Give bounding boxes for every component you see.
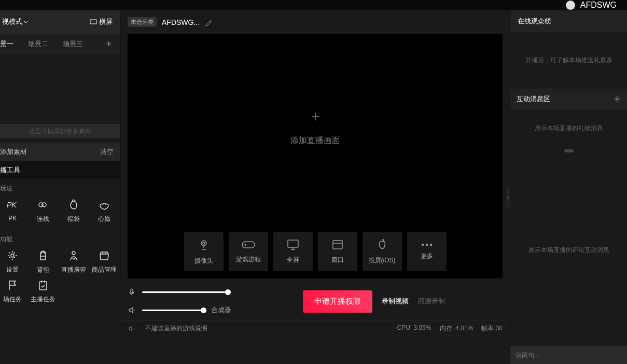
source-fullscreen[interactable]: 全屏: [273, 232, 313, 271]
svg-rect-7: [242, 242, 255, 248]
tool-field-task[interactable]: 场任务: [0, 278, 25, 304]
start-stream-button[interactable]: 申请开播权限: [303, 290, 372, 313]
add-material-button[interactable]: 添加素材: [0, 147, 27, 157]
mic-slider[interactable]: [142, 291, 231, 293]
fps-stat: 帧率:30: [481, 324, 503, 333]
user-area[interactable]: AFDSWG: [566, 1, 617, 10]
svg-text:PK: PK: [7, 201, 17, 209]
tools-header: 播工具: [0, 161, 120, 179]
svg-rect-8: [288, 240, 298, 247]
gift-hint: 展示本场直播的礼物消息: [510, 109, 627, 147]
plus-icon: ＋: [308, 106, 323, 126]
replay-button[interactable]: 回溯录制: [418, 297, 445, 306]
more-icon: [421, 243, 433, 247]
tab-scene-1[interactable]: 景一: [0, 39, 13, 49]
source-game[interactable]: 游戏进程: [229, 232, 268, 271]
tool-link[interactable]: 连线: [31, 198, 56, 223]
wish-icon: [97, 198, 111, 212]
tool-host-task[interactable]: 主播任务: [31, 278, 56, 304]
svg-point-10: [422, 244, 423, 245]
svg-point-13: [616, 98, 618, 100]
tab-scene-2[interactable]: 场景二: [28, 39, 48, 49]
svg-rect-9: [333, 241, 342, 249]
add-scene-button[interactable]: +: [106, 39, 115, 50]
add-hint: 添加直播画面: [290, 135, 340, 146]
speaker-slider[interactable]: [142, 310, 205, 311]
mem-stat: 内存: 4.01%: [440, 324, 473, 333]
svg-point-12: [430, 244, 431, 245]
avatar-icon: [566, 1, 575, 10]
left-sidebar: 视模式 横屏 景一 场景二 场景三 + 这里可以添加更多素材 添加素材 清空 播…: [0, 10, 120, 364]
source-camera[interactable]: 摄像头: [184, 232, 224, 271]
pk-icon: PK: [6, 198, 19, 212]
view-mode-dropdown[interactable]: 视模式: [0, 10, 29, 33]
game-warning-link[interactable]: 不建议直播的游戏说明: [145, 324, 207, 333]
func-section-label: 功能: [0, 230, 120, 248]
gamepad-icon: [241, 240, 256, 250]
source-ios-cast[interactable]: 投屏(iOS): [363, 232, 402, 271]
tool-settings[interactable]: 设置: [0, 249, 25, 274]
chevron-down-icon: [23, 19, 29, 24]
gear-icon: [6, 249, 19, 262]
moderator-icon: [67, 249, 80, 262]
link-icon: [36, 198, 50, 212]
tab-scene-3[interactable]: 场景三: [63, 39, 83, 49]
room-title: AFDSWG...: [162, 18, 200, 26]
record-button[interactable]: 录制视频: [382, 297, 409, 306]
tool-bag[interactable]: 福袋: [61, 198, 87, 223]
svg-point-5: [201, 241, 206, 246]
scene-tabs: 景一 场景二 场景三 +: [0, 34, 120, 54]
svg-point-11: [426, 244, 427, 245]
flag-icon: [6, 278, 19, 292]
controls-bar: 合成器 申请开播权限 录制视频 回溯录制: [120, 278, 510, 320]
svg-rect-4: [39, 282, 47, 290]
mic-icon[interactable]: [128, 288, 136, 296]
category-tag[interactable]: 未选分类: [128, 17, 157, 27]
luckybag-icon: [67, 198, 80, 212]
task-icon: [36, 278, 50, 292]
shop-icon: [97, 249, 111, 262]
scene-material-area: 这里可以添加更多素材: [0, 54, 120, 143]
svg-point-2: [11, 254, 14, 257]
settings-cog-icon[interactable]: [614, 95, 621, 103]
tool-wish[interactable]: 心愿: [91, 198, 117, 223]
add-source-area[interactable]: ＋ 添加直播画面: [290, 106, 340, 146]
username: AFDSWG: [580, 1, 617, 9]
preview-area: ＋ 添加直播画面 摄像头 游戏进程 全屏 窗口: [128, 34, 503, 278]
orientation-button[interactable]: 横屏: [90, 17, 113, 26]
play-section-label: 玩法: [0, 179, 120, 197]
backpack-icon: [36, 249, 50, 262]
comment-hint: 展示本场直播的评论互动消息: [523, 246, 615, 255]
window-icon: [331, 239, 344, 250]
edit-icon[interactable]: [205, 19, 212, 26]
tool-moderator[interactable]: 直播房管: [61, 249, 87, 274]
speaker-icon[interactable]: [128, 306, 136, 314]
resize-handle[interactable]: [510, 147, 627, 155]
tool-backpack[interactable]: 背包: [31, 249, 56, 274]
source-more[interactable]: 更多: [407, 232, 447, 271]
collapse-right-handle[interactable]: »: [506, 187, 510, 207]
audience-rank-header: 在线观众榜: [510, 10, 627, 32]
monitor-icon: [286, 239, 300, 250]
center-panel: 未选分类 AFDSWG... ＋ 添加直播画面 摄像头 游戏进程: [120, 10, 510, 364]
scene-hint: 这里可以添加更多素材: [0, 124, 120, 138]
chat-input[interactable]: [510, 346, 627, 364]
rank-hint: 开播后，可了解本场谁送礼最多: [510, 32, 627, 89]
camera-icon: [197, 238, 211, 251]
mute-warning-icon: [128, 325, 135, 332]
orientation-icon: [90, 18, 97, 25]
topbar: AFDSWG: [0, 0, 627, 10]
clear-button[interactable]: 清空: [100, 147, 114, 157]
apple-icon: [377, 239, 387, 251]
svg-rect-0: [90, 20, 96, 24]
synth-label: 合成器: [211, 305, 231, 315]
status-footer: 不建议直播的游戏说明 CPU: 3.05% 内存: 4.01% 帧率:30: [120, 320, 510, 337]
cpu-stat: CPU: 3.05%: [397, 324, 431, 333]
tool-pk[interactable]: PK PK: [0, 198, 25, 223]
svg-point-3: [72, 251, 75, 255]
source-window[interactable]: 窗口: [318, 232, 357, 271]
message-area-header: 互动消息区: [517, 94, 550, 104]
right-sidebar: 在线观众榜 开播后，可了解本场谁送礼最多 互动消息区 展示本场直播的礼物消息 展…: [510, 10, 627, 364]
tool-goods[interactable]: 商品管理: [91, 249, 117, 274]
svg-point-6: [203, 242, 205, 244]
